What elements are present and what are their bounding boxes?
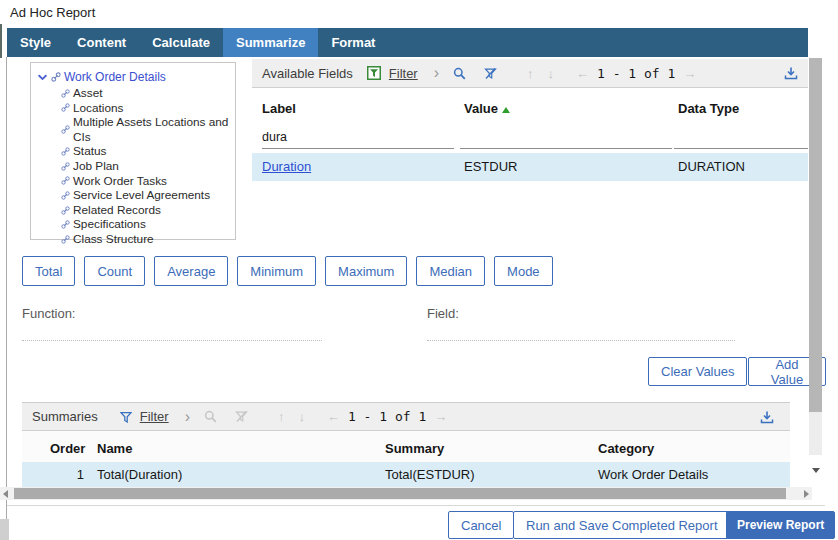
available-fields-row[interactable]: Duration ESTDUR DURATION <box>252 153 808 181</box>
tree-item-class-structure[interactable]: Class Structure <box>61 232 235 247</box>
filter-link[interactable]: Filter <box>389 66 418 81</box>
relationship-icon <box>61 89 70 98</box>
tree-item-work-order-tasks[interactable]: Work Order Tasks <box>61 174 235 189</box>
clear-values-button[interactable]: Clear Values <box>648 357 747 386</box>
column-header-summary[interactable]: Summary <box>385 441 444 456</box>
horizontal-scrollbar[interactable] <box>0 487 812 500</box>
column-header-name[interactable]: Name <box>97 441 132 456</box>
search-icon[interactable] <box>453 67 466 80</box>
function-label: Function: <box>22 306 75 321</box>
tree-item-label: Asset <box>73 86 103 101</box>
cancel-button[interactable]: Cancel <box>448 511 514 539</box>
tab-format[interactable]: Format <box>318 28 388 57</box>
page-title: Ad Hoc Report <box>10 5 95 20</box>
prev-page-icon[interactable]: ← <box>576 66 589 81</box>
tree-item-label: Specifications <box>73 217 146 232</box>
download-icon[interactable] <box>784 66 798 80</box>
move-down-icon[interactable]: ↓ <box>298 409 305 424</box>
label-filter-input[interactable] <box>262 126 454 149</box>
available-fields-header: Label Value Data Type <box>252 90 808 122</box>
tree-item-label: Job Plan <box>73 159 119 174</box>
total-button[interactable]: Total <box>22 256 75 286</box>
table-scroll-down-icon[interactable] <box>812 468 820 473</box>
field-value-cell: ESTDUR <box>464 153 517 181</box>
run-and-save-button[interactable]: Run and Save Completed Report <box>513 511 731 539</box>
search-icon-disabled[interactable] <box>204 410 217 423</box>
next-page-icon[interactable]: → <box>434 409 447 424</box>
aggregate-buttons: Total Count Average Minimum Maximum Medi… <box>22 256 553 286</box>
data-type-filter-input[interactable] <box>674 126 808 149</box>
tab-calculate[interactable]: Calculate <box>139 28 223 57</box>
tree-root-label[interactable]: Work Order Details <box>64 70 166 84</box>
summaries-header: Order Name Summary Category <box>22 431 790 463</box>
field-label-link[interactable]: Duration <box>262 153 311 181</box>
window-edge <box>0 24 2 58</box>
field-data-type-cell: DURATION <box>678 153 745 181</box>
tab-summarize[interactable]: Summarize <box>223 28 318 57</box>
field-value <box>427 324 735 341</box>
vertical-scrollbar[interactable] <box>809 58 822 455</box>
filter-funnel-icon[interactable] <box>120 411 132 423</box>
category-tree: Work Order Details Asset Locations Multi… <box>30 62 236 240</box>
tree-item-label: Service Level Agreements <box>73 188 210 203</box>
median-button[interactable]: Median <box>416 256 485 286</box>
average-button[interactable]: Average <box>154 256 228 286</box>
available-fields-filter-row <box>252 122 808 153</box>
filter-table-icon[interactable] <box>367 66 381 80</box>
move-down-icon[interactable]: ↓ <box>548 66 555 81</box>
download-icon[interactable] <box>760 410 774 424</box>
tree-item-sla[interactable]: Service Level Agreements <box>61 188 235 203</box>
tree-item-label: Class Structure <box>73 232 154 247</box>
tree-item-locations[interactable]: Locations <box>61 101 235 116</box>
clear-filter-icon-disabled[interactable] <box>235 410 248 423</box>
next-page-icon[interactable]: → <box>683 66 696 81</box>
maximum-button[interactable]: Maximum <box>325 256 407 286</box>
summaries-filter-link[interactable]: Filter <box>140 409 169 424</box>
tree-item-multiple-assets[interactable]: Multiple Assets Locations and CIs <box>61 115 235 144</box>
tree-item-asset[interactable]: Asset <box>61 86 235 101</box>
tree-item-label: Multiple Assets Locations and CIs <box>73 115 235 144</box>
pager-text: 1 - 1 of 1 <box>597 66 675 81</box>
move-up-icon[interactable]: ↑ <box>278 409 285 424</box>
column-header-order[interactable]: Order <box>50 441 85 456</box>
summaries-filter-expand-icon[interactable]: › <box>185 411 190 423</box>
tree-root-row[interactable]: Work Order Details <box>37 70 235 84</box>
relationship-icon <box>61 176 70 185</box>
move-up-icon[interactable]: ↑ <box>527 66 534 81</box>
prev-page-icon[interactable]: ← <box>327 409 340 424</box>
minimum-button[interactable]: Minimum <box>237 256 316 286</box>
relationship-icon <box>51 72 61 82</box>
preview-report-button[interactable]: Preview Report <box>726 511 835 539</box>
filter-expand-icon[interactable]: › <box>434 67 439 79</box>
tree-item-status[interactable]: Status <box>61 144 235 159</box>
footer-divider <box>7 505 825 506</box>
column-header-category[interactable]: Category <box>598 441 654 456</box>
count-button[interactable]: Count <box>84 256 145 286</box>
column-header-label[interactable]: Label <box>262 101 296 116</box>
sort-ascending-icon <box>502 107 510 113</box>
relationship-icon <box>61 206 70 215</box>
ad-hoc-report-dialog: Ad Hoc Report Style Content Calculate Su… <box>0 0 838 540</box>
tree-item-related-records[interactable]: Related Records <box>61 203 235 218</box>
summaries-row[interactable]: 1 Total(Duration) Total(ESTDUR) Work Ord… <box>22 462 790 487</box>
relationship-icon <box>61 125 70 134</box>
chevron-down-icon[interactable] <box>37 72 48 83</box>
clear-filter-icon[interactable] <box>484 67 497 80</box>
column-header-data-type[interactable]: Data Type <box>678 101 739 116</box>
horizontal-scrollbar-thumb[interactable] <box>14 488 786 499</box>
tree-item-job-plan[interactable]: Job Plan <box>61 159 235 174</box>
summaries-toolbar: Summaries Filter › ↑ ↓ ← 1 - 1 of 1 → <box>22 402 790 431</box>
tab-content[interactable]: Content <box>64 28 139 57</box>
tab-bar: Style Content Calculate Summarize Format <box>7 28 808 57</box>
summary-name-cell: Total(Duration) <box>97 462 182 487</box>
vertical-scrollbar-thumb[interactable] <box>809 58 822 412</box>
scroll-left-icon[interactable] <box>3 490 8 498</box>
column-header-value[interactable]: Value <box>464 101 510 116</box>
tree-item-label: Status <box>73 144 106 159</box>
scrollbar-corner <box>0 519 9 540</box>
tab-style[interactable]: Style <box>7 28 64 57</box>
value-filter-input[interactable] <box>460 126 672 149</box>
tree-item-specifications[interactable]: Specifications <box>61 217 235 232</box>
scroll-right-icon[interactable] <box>804 490 809 498</box>
mode-button[interactable]: Mode <box>494 256 553 286</box>
